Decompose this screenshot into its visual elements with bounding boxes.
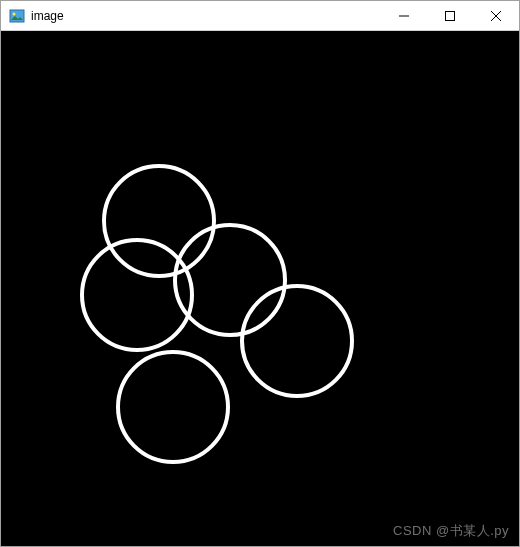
window-controls [381, 1, 519, 30]
canvas-area: CSDN @书某人.py [1, 31, 519, 546]
maximize-button[interactable] [427, 1, 473, 30]
circle-0 [104, 166, 214, 276]
svg-rect-3 [446, 11, 455, 20]
svg-point-1 [13, 12, 16, 15]
app-window: image CSDN @书某人.py [0, 0, 520, 547]
circle-3 [242, 286, 352, 396]
close-button[interactable] [473, 1, 519, 30]
window-title: image [31, 9, 381, 23]
canvas [1, 31, 519, 546]
image-icon [9, 8, 25, 24]
minimize-button[interactable] [381, 1, 427, 30]
circle-4 [118, 352, 228, 462]
svg-rect-0 [10, 10, 24, 22]
titlebar[interactable]: image [1, 1, 519, 31]
